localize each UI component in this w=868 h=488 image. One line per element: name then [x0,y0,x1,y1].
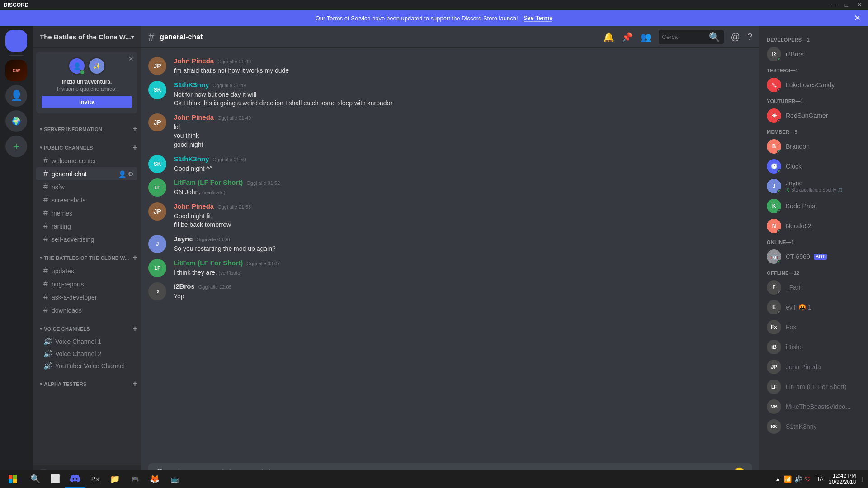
taskbar-app2[interactable]: 📺 [165,470,184,488]
taskbar-time[interactable]: 12:42 PM 10/22/2018 [829,473,856,485]
member-redsungamer[interactable]: ☀ RedSunGamer [763,106,864,126]
channel-voice-1[interactable]: 🔊 Voice Channel 1 [36,335,137,347]
member-litfam-offline[interactable]: LF LitFam (LF For Short) [763,377,864,397]
add-channel-battles[interactable]: + [132,253,137,263]
member-mike-offline[interactable]: MB MikeTheBeastsVideo... [763,397,864,417]
message-author-john-6[interactable]: John Pineda [174,202,214,210]
member-clock[interactable]: 🕐 Clock [763,156,864,176]
add-channel-voice[interactable]: + [132,324,137,333]
start-button[interactable] [0,470,25,488]
channel-self-advertising[interactable]: # self-advertising [36,233,137,246]
server-icon-2[interactable]: 👤 [5,85,27,107]
pin-icon[interactable]: 📌 [622,32,633,42]
message-author-jayne[interactable]: Jayne [174,235,193,243]
help-icon[interactable]: ? [747,32,752,42]
volume-icon[interactable]: 🔊 [794,475,802,483]
settings-icon[interactable]: ⚙ [128,170,134,178]
member-brandon[interactable]: B Brandon [763,136,864,156]
taskbar-app1[interactable]: 🎮 [125,470,145,488]
taskbar-discord[interactable] [65,470,85,488]
add-channel-alpha[interactable]: + [132,379,137,389]
add-server-button[interactable]: + [5,136,27,157]
channel-nsfw[interactable]: # nsfw [36,180,137,193]
add-member-icon[interactable]: 👤 [118,170,126,178]
channel-downloads[interactable]: # downloads [36,304,137,317]
members-icon[interactable]: 👥 [640,32,651,42]
channel-voice-youtuber[interactable]: 🔊 YouTuber Voice Channel [36,360,137,372]
at-icon[interactable]: @ [731,32,740,42]
member-ct6969[interactable]: 🤖 CT-6969 BOT [763,247,864,267]
member-evill[interactable]: E evill 🤬 1 [763,297,864,317]
close-button[interactable]: ✕ [854,2,864,8]
channel-memes[interactable]: # memes [36,206,137,220]
member-name-clock: Clock [786,163,861,170]
taskbar-firefox[interactable]: 🦊 [145,470,165,488]
taskbar-photoshop[interactable]: Ps [85,470,105,488]
language-label[interactable]: ITA [814,476,826,482]
member-kadeprust[interactable]: K Kade Prust [763,196,864,216]
channel-general-chat[interactable]: # general-chat 👤 ⚙ [36,167,137,180]
member-jayne[interactable]: J Jayne ♫ Sta ascoltando Spotify 🎵 [763,176,864,196]
channel-bug-reports[interactable]: # bug-reports [36,277,137,291]
channel-welcome-center[interactable]: # welcome-center [36,154,137,167]
search-input[interactable] [662,33,705,40]
section-header-battles[interactable]: ▾ THE BATTLES OF THE CLONE W... + [33,253,141,264]
avatar-i2bros: i2 [148,282,166,300]
banner-close[interactable]: ✕ [854,13,861,23]
member-section-testers: TESTERS—1 [763,64,864,75]
notification-bell-icon[interactable]: 🔔 [603,32,614,42]
member-ibisho[interactable]: iB iBisho [763,337,864,357]
member-i2bros[interactable]: i2 i2Bros [763,44,864,64]
channel-ask-developer[interactable]: # ask-a-developer [36,291,137,304]
member-lukelovescandy[interactable]: 🍬 LukeLovesCandy [763,75,864,95]
channel-sidebar: The Battles of the Clone W... ▾ ✕ 👤 ✨ In… [33,26,141,488]
add-channel-public[interactable]: + [132,143,137,152]
message-author-john[interactable]: John Pineda [174,57,214,65]
invite-panel-close[interactable]: ✕ [128,55,134,62]
member-fox[interactable]: Fx Fox [763,317,864,337]
channel-label-voice-2: Voice Channel 2 [55,350,101,357]
message-text-6b: i'll be back tomorrow [174,221,752,230]
add-channel-server-info[interactable]: + [132,124,137,134]
channel-ranting[interactable]: # ranting [36,220,137,233]
ct-status [777,260,781,264]
invite-button[interactable]: Invita [42,96,132,108]
section-header-voice[interactable]: ▾ VOICE CHANNELS + [33,324,141,335]
section-header-server-info[interactable]: ▾ SERVER INFORMATION + [33,124,141,136]
server-icon-discord[interactable]: D [5,30,27,52]
message-author-litfam[interactable]: LitFam (LF For Short) [174,178,243,186]
server-icon-3[interactable]: 🌍 [5,110,27,132]
search-box[interactable]: 🔍 [659,30,724,44]
member-fari[interactable]: F _Fari [763,277,864,297]
show-desktop-button[interactable]: | [859,477,864,482]
member-johnpineda-offline[interactable]: JP John Pineda [763,357,864,377]
taskbar-taskview[interactable]: ⬜ [45,470,65,488]
message-author-s1th[interactable]: S1thK3nny [174,81,209,89]
channel-screenshots[interactable]: # screenshots [36,193,137,206]
server-icon-clonewars[interactable]: CW [5,60,27,81]
taskbar-explorer[interactable]: 📁 [105,470,125,488]
message-author-s1th-4[interactable]: S1thK3nny [174,155,209,163]
message-header-5: LitFam (LF For Short) Oggi alle 01:52 [174,178,752,186]
taskbar-search[interactable]: 🔍 [25,470,45,488]
member-needo62[interactable]: N Needo62 [763,216,864,236]
server-header[interactable]: The Battles of the Clone W... ▾ [33,26,141,48]
invite-title: Inizia un'avventura. [42,79,132,85]
banner-link[interactable]: See Terms [524,14,553,22]
channel-voice-2[interactable]: 🔊 Voice Channel 2 [36,347,137,360]
member-avatar-jayne: J [767,179,781,193]
show-hidden-icon[interactable]: ▲ [775,475,781,483]
member-name-ct: CT-6969 [786,253,810,260]
message-author-litfam-8[interactable]: LitFam (LF For Short) [174,259,243,267]
minimize-button[interactable]: — [828,2,839,8]
maximize-button[interactable]: □ [842,2,851,8]
message-author-john-3[interactable]: John Pineda [174,113,214,121]
section-header-public[interactable]: ▾ PUBLIC CHANNELS + [33,143,141,154]
network-icon[interactable]: 📶 [784,475,792,483]
message-author-i2bros[interactable]: i2Bros [174,282,195,290]
antivirus-icon[interactable]: 🛡 [805,475,811,483]
message-header-9: i2Bros Oggi alle 12:05 [174,282,752,290]
channel-updates[interactable]: # updates [36,264,137,277]
section-header-alpha[interactable]: ▾ ALPHA TESTERS + [33,379,141,390]
member-s1th-offline[interactable]: SK S1thK3nny [763,417,864,436]
